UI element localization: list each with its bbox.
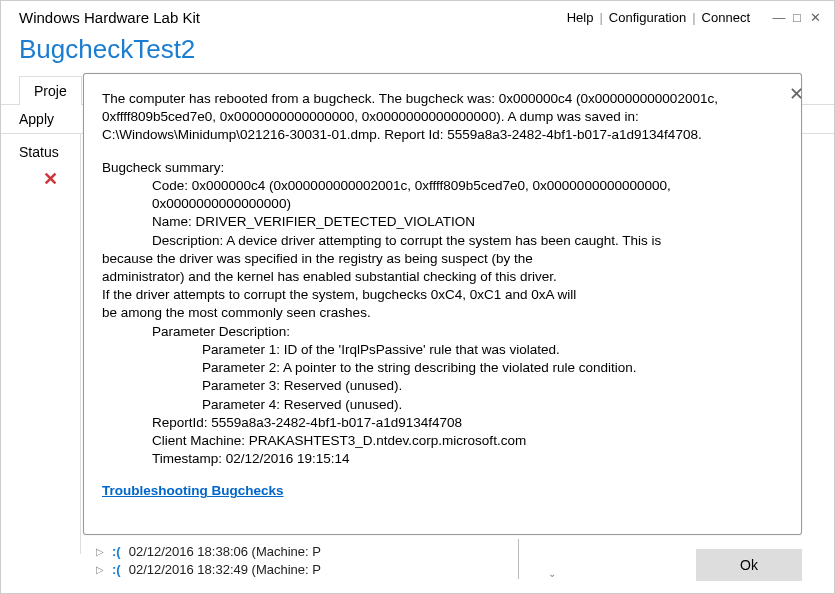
reportid-line: ReportId: 5559a8a3-2482-4bf1-b017-a1d913…: [102, 414, 783, 432]
message-box: The computer has rebooted from a bugchec…: [83, 73, 802, 535]
desc-line: Description: A device driver attempting …: [102, 232, 783, 250]
titlebar-menu: Help | Configuration | Connect — □ ✕: [567, 10, 822, 25]
titlebar: Windows Hardware Lab Kit Help | Configur…: [1, 1, 834, 30]
button-row: Ok: [83, 535, 802, 581]
minimize-icon[interactable]: —: [772, 10, 786, 25]
status-header: Status: [1, 144, 80, 168]
param-line: Parameter 4: Reserved (unused).: [102, 396, 783, 414]
sidebar: Status ✕: [1, 134, 81, 554]
troubleshoot-link[interactable]: Troubleshooting Bugchecks: [102, 482, 284, 500]
status-fail-icon: ✕: [1, 168, 80, 190]
param-line: Parameter 2: A pointer to the string des…: [102, 359, 783, 377]
close-icon[interactable]: ✕: [789, 83, 804, 105]
separator: |: [599, 10, 602, 25]
help-link[interactable]: Help: [567, 10, 594, 25]
desc-line: If the driver attempts to corrupt the sy…: [102, 286, 783, 304]
tab-projects[interactable]: Proje: [19, 76, 82, 105]
name-line: Name: DRIVER_VERIFIER_DETECTED_VIOLATION: [102, 213, 783, 231]
intro-text: The computer has rebooted from a bugchec…: [102, 90, 783, 145]
desc-line: be among the most commonly seen crashes.: [102, 304, 783, 322]
connect-link[interactable]: Connect: [702, 10, 750, 25]
param-line: Parameter 3: Reserved (unused).: [102, 377, 783, 395]
separator: |: [692, 10, 695, 25]
param-line: Parameter 1: ID of the 'IrqlPsPassive' r…: [102, 341, 783, 359]
window-controls: — □ ✕: [772, 10, 822, 25]
timestamp-line: Timestamp: 02/12/2016 19:15:14: [102, 450, 783, 468]
close-icon[interactable]: ✕: [808, 10, 822, 25]
desc-line: because the driver was specified in the …: [102, 250, 783, 268]
configuration-link[interactable]: Configuration: [609, 10, 686, 25]
maximize-icon[interactable]: □: [790, 10, 804, 25]
summary-header: Bugcheck summary:: [102, 159, 783, 177]
page-title: BugcheckTest2: [1, 30, 834, 75]
bugcheck-dialog: ✕ The computer has rebooted from a bugch…: [83, 73, 802, 581]
client-line: Client Machine: PRAKASHTEST3_D.ntdev.cor…: [102, 432, 783, 450]
ok-button[interactable]: Ok: [696, 549, 802, 581]
desc-line: administrator) and the kernel has enable…: [102, 268, 783, 286]
app-name: Windows Hardware Lab Kit: [19, 9, 200, 26]
param-header: Parameter Description:: [102, 323, 783, 341]
code-line: Code: 0x000000c4 (0x000000000002001c, 0x…: [102, 177, 783, 213]
